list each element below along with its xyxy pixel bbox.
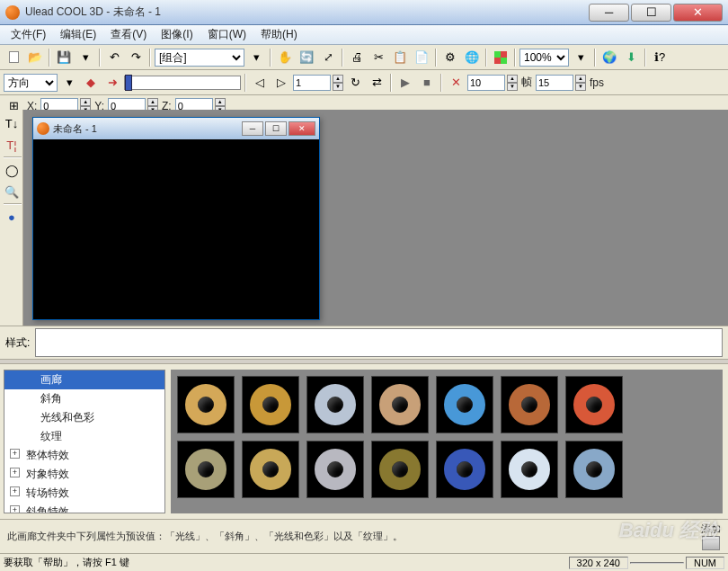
tree-item-label: 纹理 [40,430,62,442]
undo-button[interactable]: ↶ [104,48,124,67]
direction-dropdown[interactable]: ▾ [59,73,79,93]
rotate-tool-icon[interactable]: 🔄 [297,48,316,67]
key-add-icon[interactable]: ◆ [81,73,101,93]
gallery-thumbnail[interactable] [371,441,429,498]
stop-icon[interactable]: ■ [417,73,437,93]
open-button[interactable]: 📂 [25,48,45,67]
next-key-icon[interactable]: ▷ [271,73,291,93]
style-preview[interactable] [35,328,723,357]
tree-item[interactable]: +整体特效 [4,446,164,465]
total-frames-input[interactable] [467,75,505,91]
fps-spin-up[interactable]: ▲ [575,75,586,83]
menu-edit[interactable]: 编辑(E) [53,25,103,44]
tree-expand-icon[interactable]: + [10,468,20,477]
tree-expand-icon[interactable]: + [10,505,20,513]
render-icon[interactable]: ⚙ [440,48,460,67]
z-spin-up[interactable]: ▲ [215,98,226,106]
shape-tool-icon[interactable]: ◯ [2,160,22,180]
key-move-icon[interactable]: ➜ [102,73,122,93]
text-tool-icon[interactable]: T↓ [2,113,22,133]
gallery-thumbnail[interactable] [436,441,493,498]
zoom-tool-icon[interactable]: 🔍 [2,182,22,201]
gallery-thumbnail[interactable] [177,376,235,433]
gallery-thumbnail[interactable] [177,441,235,498]
print-icon[interactable]: 🖨 [347,48,367,67]
help-pointer-icon[interactable]: ℹ? [650,48,670,67]
menu-window[interactable]: 窗口(W) [200,25,253,44]
mode-dropdown[interactable]: ▾ [246,48,266,67]
total-spin-down[interactable]: ▼ [507,83,518,91]
doc-maximize-button[interactable]: ☐ [265,121,287,136]
menu-help[interactable]: 帮助(H) [253,25,305,44]
fps-input[interactable] [536,75,573,91]
globe-icon[interactable]: 🌐 [462,48,482,67]
paste-icon[interactable]: 📄 [412,48,431,67]
new-button[interactable] [4,48,23,67]
pingpong-icon[interactable]: ⇄ [367,73,386,93]
text-edit-icon[interactable]: T¦ [2,135,22,155]
direction-combo[interactable]: 方向 [4,74,58,92]
sphere-tool-icon[interactable]: ● [2,207,22,227]
cut-icon[interactable]: ✂ [368,48,388,67]
gallery-thumbnail[interactable] [242,441,299,498]
gallery-thumbnail[interactable] [242,376,299,433]
menu-image[interactable]: 图像(I) [154,25,200,44]
document-title: 未命名 - 1 [53,122,242,136]
copy-icon[interactable]: 📋 [390,48,410,67]
canvas[interactable] [33,139,319,319]
frame-spin-down[interactable]: ▼ [333,83,343,91]
frame-spin-up[interactable]: ▲ [333,75,343,83]
checker-icon[interactable] [491,48,510,67]
delete-key-icon[interactable]: ✕ [446,73,466,93]
web-icon[interactable]: 🌍 [599,48,619,67]
menu-file[interactable]: 文件(F) [4,25,53,44]
menu-view[interactable]: 查看(V) [103,25,154,44]
zoom-combo[interactable]: 100% [519,49,569,67]
minimize-button[interactable]: ─ [589,4,629,22]
tree-expand-icon[interactable]: + [10,486,20,496]
add-button[interactable]: 添加 [701,522,721,550]
export-icon[interactable]: ⬇ [621,48,641,67]
tree-item[interactable]: 纹理 [4,427,164,446]
save-button[interactable]: 💾 [54,48,74,67]
y-spin-up[interactable]: ▲ [147,98,158,106]
save-dropdown[interactable]: ▾ [75,48,95,67]
tree-item[interactable]: +转场特效 [4,484,164,503]
gallery-thumbnail[interactable] [565,376,623,433]
play-icon[interactable]: ▶ [395,73,415,93]
gallery-tree[interactable]: 画廊斜角光线和色彩纹理+整体特效+对象特效+转场特效+斜角特效 [4,370,165,513]
gallery-thumbnail[interactable] [306,376,364,433]
tree-item-label: 光线和色彩 [40,411,94,424]
gallery-thumbnail[interactable] [565,441,623,498]
doc-minimize-button[interactable]: ─ [242,121,263,136]
maximize-button[interactable]: ☐ [631,4,671,22]
prev-key-icon[interactable]: ◁ [250,73,270,93]
doc-close-button[interactable]: ✕ [289,121,315,136]
close-button[interactable]: ✕ [673,4,723,22]
tree-item[interactable]: 光线和色彩 [4,408,164,427]
redo-button[interactable]: ↷ [126,48,146,67]
gallery-thumbnail[interactable] [306,441,364,498]
zoom-dropdown[interactable]: ▾ [571,48,590,67]
tree-item-label: 画廊 [40,373,62,386]
tree-item[interactable]: 斜角 [4,389,164,408]
timeline-slider[interactable] [124,76,241,90]
document-window[interactable]: 未命名 - 1 ─ ☐ ✕ [32,117,320,320]
hand-tool-icon[interactable]: ✋ [275,48,295,67]
gallery-thumbnail[interactable] [371,376,429,433]
gallery-thumbnail[interactable] [501,376,558,433]
tree-item[interactable]: +对象特效 [4,465,164,484]
tree-item[interactable]: 画廊 [4,370,164,389]
loop-icon[interactable]: ↻ [345,73,365,93]
mode-combo[interactable]: [组合] [155,49,244,67]
tree-expand-icon[interactable]: + [10,449,20,459]
tree-item-label: 转场特效 [26,486,69,499]
fps-spin-down[interactable]: ▼ [575,83,586,91]
gallery-thumbnail[interactable] [501,441,558,498]
x-spin-up[interactable]: ▲ [80,98,91,106]
gallery-thumbnail[interactable] [436,376,493,433]
frame-input[interactable] [293,75,331,91]
total-spin-up[interactable]: ▲ [507,75,518,83]
tree-item[interactable]: +斜角特效 [4,503,164,513]
scale-tool-icon[interactable]: ⤢ [318,48,338,67]
